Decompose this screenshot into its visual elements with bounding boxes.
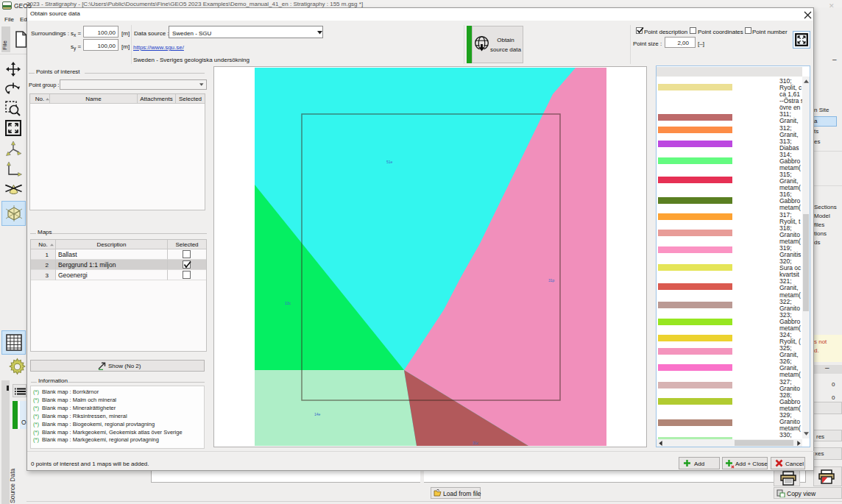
svg-text:31p: 31p	[548, 278, 555, 283]
svg-text:14e: 14e	[314, 412, 321, 416]
svg-text:51e: 51e	[386, 160, 393, 164]
svg-text:13c: 13c	[285, 301, 291, 305]
svg-text:31c: 31c	[473, 441, 479, 445]
